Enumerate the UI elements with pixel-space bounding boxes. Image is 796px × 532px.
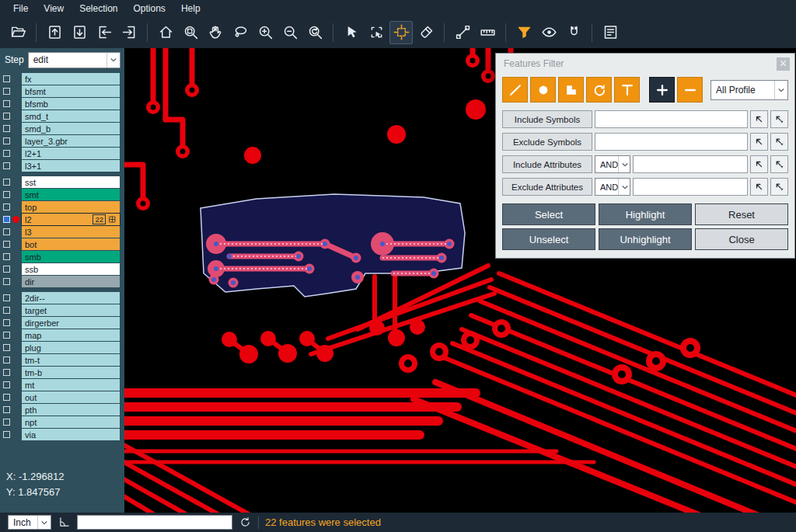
refresh-icon[interactable] [239, 516, 252, 529]
add-mode-tool-button[interactable] [649, 77, 675, 103]
open-folder-button[interactable] [6, 21, 30, 44]
line-measure-button[interactable] [451, 21, 474, 44]
exclude-symbols-pick-star-button[interactable] [770, 133, 788, 151]
layer-item-dir[interactable]: dir [22, 276, 120, 287]
report-list-button[interactable] [599, 21, 622, 44]
layer-item-2dir--[interactable]: 2dir-- [22, 292, 120, 304]
exclude-attributes-operator-selector[interactable]: AND [595, 178, 630, 196]
include-symbols-button[interactable]: Include Symbols [502, 110, 592, 128]
snap-magnet-button[interactable] [562, 21, 585, 44]
select-button[interactable]: Select [502, 203, 595, 225]
lasso-select-button[interactable] [229, 21, 252, 44]
layer-item-l2[interactable]: l222 [22, 214, 120, 225]
zoom-in-button[interactable] [253, 21, 277, 44]
layer-l3+1-visibility-checkbox[interactable] [3, 162, 10, 169]
unhighlight-button[interactable]: Unhighlight [599, 228, 692, 250]
ruler-measure-button[interactable] [476, 21, 499, 44]
layer-fx-visibility-checkbox[interactable] [3, 75, 10, 82]
layer-out-visibility-checkbox[interactable] [3, 394, 10, 401]
layer-item-smd_b[interactable]: smd_b [22, 123, 120, 134]
layer-mt-visibility-checkbox[interactable] [3, 381, 10, 388]
exclude-attributes-pick-star-button[interactable] [770, 178, 788, 196]
exclude-attributes-input[interactable] [633, 178, 748, 196]
layer-item-mt[interactable]: mt [22, 379, 120, 391]
layer-item-tm-b[interactable]: tm-b [22, 367, 120, 378]
include-attributes-pick-star-button[interactable] [770, 155, 788, 173]
enter-right-button[interactable] [117, 21, 141, 44]
layer-l3-visibility-checkbox[interactable] [3, 228, 10, 235]
layer-item-smd_t[interactable]: smd_t [22, 110, 120, 122]
close-button[interactable]: Close [695, 228, 788, 250]
dialog-close-button[interactable] [777, 57, 790, 71]
pan-hand-button[interactable] [204, 21, 227, 44]
layer-item-bot[interactable]: bot [22, 238, 120, 250]
layer-item-l3[interactable]: l3 [22, 226, 120, 238]
layer-item-layer_3.gbr[interactable]: layer_3.gbr [22, 135, 120, 147]
import-down-button[interactable] [68, 21, 91, 44]
paint-brush-button[interactable] [414, 21, 438, 44]
zoom-out-button[interactable] [278, 21, 302, 44]
unselect-button[interactable]: Unselect [502, 228, 595, 250]
menu-options[interactable]: Options [127, 2, 173, 16]
layer-l2-visibility-checkbox[interactable] [3, 216, 10, 223]
pad-tool-button[interactable] [530, 77, 556, 103]
layer-item-top[interactable]: top [22, 201, 120, 213]
layer-smd_t-visibility-checkbox[interactable] [3, 113, 10, 120]
crop-select-button[interactable] [365, 21, 388, 44]
exclude-symbols-button[interactable]: Exclude Symbols [502, 133, 592, 151]
units-selector[interactable]: Inch [8, 515, 51, 530]
layer-sst-visibility-checkbox[interactable] [3, 179, 10, 186]
include-attributes-pick-button[interactable] [750, 155, 768, 173]
layer-item-tm-t[interactable]: tm-t [22, 354, 120, 366]
zoom-window-button[interactable] [179, 21, 202, 44]
layer-layer_3.gbr-visibility-checkbox[interactable] [3, 137, 10, 144]
exclude-symbols-input[interactable] [595, 133, 748, 151]
step-selector[interactable]: edit [28, 52, 120, 68]
layer-item-via[interactable]: via [22, 429, 120, 440]
layer-item-npt[interactable]: npt [22, 416, 120, 428]
layer-tm-t-visibility-checkbox[interactable] [3, 356, 10, 363]
layer-2dir---visibility-checkbox[interactable] [3, 294, 10, 301]
layer-item-l2+1[interactable]: l2+1 [22, 148, 120, 159]
command-input[interactable] [77, 515, 232, 530]
layer-smd_b-visibility-checkbox[interactable] [3, 125, 10, 132]
export-up-button[interactable] [43, 21, 66, 44]
layer-item-out[interactable]: out [22, 391, 120, 403]
include-symbols-input[interactable] [595, 110, 748, 128]
exit-left-button[interactable] [93, 21, 116, 44]
layer-tm-b-visibility-checkbox[interactable] [3, 369, 10, 376]
layer-dir-visibility-checkbox[interactable] [3, 278, 10, 285]
layer-l2+1-visibility-checkbox[interactable] [3, 150, 10, 157]
layer-map-visibility-checkbox[interactable] [3, 332, 10, 339]
remove-mode-tool-button[interactable] [677, 77, 703, 103]
menu-view[interactable]: View [37, 2, 71, 16]
include-attributes-input[interactable] [633, 155, 748, 173]
layer-bfsmt-visibility-checkbox[interactable] [3, 88, 10, 95]
layer-item-smt[interactable]: smt [22, 189, 120, 200]
pcb-canvas[interactable]: Features Filter All Profile Include Symb… [124, 48, 796, 513]
layer-bot-visibility-checkbox[interactable] [3, 241, 10, 248]
dialog-titlebar[interactable]: Features Filter [496, 54, 794, 74]
exclude-symbols-pick-button[interactable] [750, 133, 768, 151]
layer-bfsmb-visibility-checkbox[interactable] [3, 100, 10, 107]
menu-help[interactable]: Help [174, 2, 208, 16]
layer-visibility-button[interactable] [537, 21, 560, 44]
menu-selection[interactable]: Selection [72, 2, 124, 16]
transform-select-button[interactable] [389, 21, 413, 44]
layer-item-sst[interactable]: sst [22, 176, 120, 188]
home-button[interactable] [154, 21, 177, 44]
exclude-attributes-pick-button[interactable] [750, 178, 768, 196]
pointer-button[interactable] [340, 21, 363, 44]
layer-item-ssb[interactable]: ssb [22, 263, 120, 275]
layer-plug-visibility-checkbox[interactable] [3, 344, 10, 351]
surface-tool-button[interactable] [558, 77, 584, 103]
text-tool-button[interactable] [614, 77, 640, 103]
profile-selector[interactable]: All Profile [710, 80, 788, 100]
features-filter-button[interactable] [512, 21, 536, 44]
layer-via-visibility-checkbox[interactable] [3, 431, 10, 438]
include-symbols-pick-button[interactable] [750, 110, 768, 128]
layer-item-pth[interactable]: pth [22, 404, 120, 416]
layer-smb-visibility-checkbox[interactable] [3, 253, 10, 260]
layer-ssb-visibility-checkbox[interactable] [3, 266, 10, 273]
menu-file[interactable]: File [6, 2, 35, 16]
